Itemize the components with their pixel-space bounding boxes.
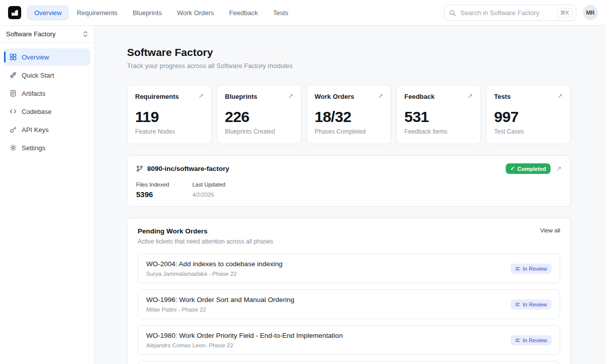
files-indexed-label: Files Indexed bbox=[136, 181, 169, 188]
stat-label: Blueprints Created bbox=[225, 128, 293, 135]
work-order-title: WO-1996: Work Order Sort and Manual Orde… bbox=[146, 296, 294, 304]
stat-title: Blueprints bbox=[225, 93, 257, 100]
work-order-row[interactable]: WO-1976: Propose a solution to update_co… bbox=[138, 361, 560, 364]
rocket-icon bbox=[9, 72, 17, 79]
document-icon bbox=[9, 90, 17, 97]
repo-name: 8090-inc/software-factory bbox=[147, 165, 229, 172]
stat-title: Requirements bbox=[135, 93, 179, 100]
status-badge-completed: ✓Completed bbox=[506, 163, 551, 174]
status-badge-in-review: In Review bbox=[511, 264, 552, 274]
external-arrow-icon[interactable]: ↗ bbox=[378, 93, 383, 99]
sidebar-item-label: Settings bbox=[22, 144, 45, 152]
topbar-right: ⌘K MR bbox=[444, 5, 598, 21]
tab-requirements[interactable]: Requirements bbox=[70, 6, 125, 20]
main-content: Software Factory Track your progress acr… bbox=[95, 26, 605, 364]
tab-tests[interactable]: Tests bbox=[266, 6, 295, 20]
stat-card-blueprints[interactable]: Blueprints ↗ 226 Blueprints Created bbox=[217, 85, 301, 144]
external-arrow-icon[interactable]: ↗ bbox=[556, 165, 562, 172]
repo-card: 8090-inc/software-factory ✓Completed ↗ F… bbox=[127, 155, 571, 207]
check-icon: ✓ bbox=[510, 165, 515, 172]
stat-card-requirements[interactable]: Requirements ↗ 119 Feature Nodes bbox=[127, 85, 212, 144]
stat-title: Feedback bbox=[404, 93, 435, 100]
pending-title: Pending Work Orders bbox=[138, 227, 273, 235]
work-order-meta: Milan Pattni - Phase 22 bbox=[146, 307, 294, 313]
review-lines-icon bbox=[515, 266, 520, 271]
sidebar-item-label: Codebase bbox=[22, 108, 51, 115]
app-shell: Software Factory Overview Quick Start bbox=[0, 26, 605, 364]
sidebar-item-codebase[interactable]: Codebase bbox=[4, 103, 90, 120]
tab-overview[interactable]: Overview bbox=[27, 6, 69, 20]
tab-work-orders[interactable]: Work Orders bbox=[170, 6, 221, 20]
search-input[interactable] bbox=[459, 9, 554, 17]
stat-value: 531 bbox=[404, 108, 473, 126]
stat-value: 119 bbox=[135, 108, 204, 126]
search-shortcut-badge: ⌘K bbox=[557, 8, 572, 18]
grid-icon bbox=[9, 53, 17, 61]
code-icon bbox=[9, 108, 17, 115]
external-arrow-icon[interactable]: ↗ bbox=[467, 93, 473, 99]
view-all-link[interactable]: View all bbox=[540, 227, 560, 233]
tab-blueprints[interactable]: Blueprints bbox=[126, 6, 169, 20]
stats-row: Requirements ↗ 119 Feature Nodes Bluepri… bbox=[127, 85, 571, 144]
last-updated-label: Last Updated bbox=[192, 181, 225, 188]
status-badge-in-review: In Review bbox=[511, 335, 552, 345]
stat-title: Work Orders bbox=[315, 93, 354, 100]
work-order-row[interactable]: WO-1980: Work Order Priority Field - End… bbox=[138, 325, 560, 355]
sidebar-item-label: Overview bbox=[22, 53, 49, 61]
last-updated-value: 4/2/2026 bbox=[192, 192, 225, 198]
git-branch-icon bbox=[136, 165, 143, 172]
stat-value: 997 bbox=[494, 108, 563, 126]
stat-card-feedback[interactable]: Feedback ↗ 531 Feedback Items bbox=[396, 85, 481, 144]
tab-feedback[interactable]: Feedback bbox=[222, 6, 265, 20]
review-lines-icon bbox=[515, 338, 520, 343]
stat-card-work-orders[interactable]: Work Orders ↗ 18/32 Phases Completed bbox=[307, 85, 391, 144]
top-nav-tabs: Overview Requirements Blueprints Work Or… bbox=[27, 6, 295, 20]
sidebar-item-overview[interactable]: Overview bbox=[4, 48, 90, 66]
sidebar-item-label: Quick Start bbox=[22, 72, 54, 79]
files-indexed-stat: Files Indexed 5396 bbox=[136, 181, 169, 199]
page-title: Software Factory bbox=[127, 46, 571, 58]
stat-value: 226 bbox=[225, 108, 293, 126]
files-indexed-value: 5396 bbox=[136, 190, 169, 199]
key-icon bbox=[9, 126, 17, 134]
work-order-title: WO-1980: Work Order Priority Field - End… bbox=[146, 332, 343, 339]
app-logo[interactable] bbox=[8, 6, 21, 19]
stat-label: Feedback Items bbox=[404, 128, 473, 135]
external-arrow-icon[interactable]: ↗ bbox=[288, 93, 293, 99]
work-order-row[interactable]: WO-1996: Work Order Sort and Manual Orde… bbox=[138, 289, 560, 319]
status-badge-in-review: In Review bbox=[511, 299, 552, 310]
sidebar-item-label: Artifacts bbox=[22, 90, 45, 97]
pending-work-orders-card: Pending Work Orders Active tickets that … bbox=[127, 218, 571, 364]
sidebar-item-api-keys[interactable]: API Keys bbox=[4, 121, 90, 138]
workspace-name: Software Factory bbox=[6, 30, 55, 38]
stat-value: 18/32 bbox=[315, 108, 383, 126]
work-order-row[interactable]: WO-2004: Add indexes to codebase indexin… bbox=[138, 254, 560, 283]
work-order-list: WO-2004: Add indexes to codebase indexin… bbox=[138, 254, 560, 364]
work-order-meta: Surya Jammalamadaka - Phase 22 bbox=[146, 271, 282, 277]
pending-subtitle: Active tickets that need attention acros… bbox=[138, 238, 273, 245]
stat-label: Test Cases bbox=[494, 128, 563, 135]
search-icon bbox=[449, 10, 456, 16]
stat-label: Phases Completed bbox=[315, 128, 383, 135]
sidebar-nav: Overview Quick Start Artifacts Codebase bbox=[0, 43, 94, 162]
gear-icon bbox=[9, 144, 17, 152]
sidebar-item-quick-start[interactable]: Quick Start bbox=[4, 67, 90, 84]
work-order-meta: Alejandro Comas Leon- Phase 22 bbox=[146, 342, 343, 348]
stat-card-tests[interactable]: Tests ↗ 997 Test Cases bbox=[486, 85, 571, 144]
sidebar-item-settings[interactable]: Settings bbox=[4, 139, 90, 156]
factory-logo-icon bbox=[11, 9, 19, 17]
workspace-switcher[interactable]: Software Factory bbox=[0, 26, 94, 43]
sidebar-item-artifacts[interactable]: Artifacts bbox=[4, 85, 90, 102]
sidebar-item-label: API Keys bbox=[22, 126, 48, 134]
external-arrow-icon[interactable]: ↗ bbox=[557, 93, 563, 99]
external-arrow-icon[interactable]: ↗ bbox=[198, 93, 204, 99]
stat-label: Feature Nodes bbox=[135, 128, 204, 135]
topbar: Overview Requirements Blueprints Work Or… bbox=[0, 0, 605, 26]
stat-title: Tests bbox=[494, 93, 511, 100]
review-lines-icon bbox=[515, 302, 520, 307]
avatar[interactable]: MR bbox=[583, 5, 598, 20]
global-search[interactable]: ⌘K bbox=[444, 5, 576, 21]
last-updated-stat: Last Updated 4/2/2026 bbox=[192, 181, 225, 199]
work-order-title: WO-2004: Add indexes to codebase indexin… bbox=[146, 260, 282, 268]
sidebar: Software Factory Overview Quick Start bbox=[0, 26, 95, 364]
